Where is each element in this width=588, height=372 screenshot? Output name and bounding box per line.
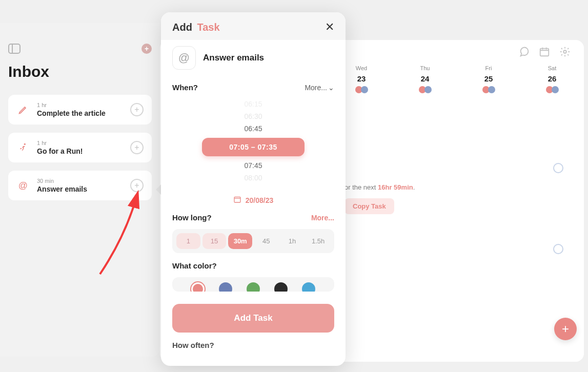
time-option[interactable]: 07:45 xyxy=(244,160,262,171)
close-icon[interactable]: ✕ xyxy=(325,20,334,34)
task-card[interactable]: @ 30 min Answer emails + xyxy=(8,171,152,200)
task-complete-circle[interactable] xyxy=(553,163,563,173)
duration-option[interactable]: 15 xyxy=(202,233,227,249)
time-option[interactable]: 06:45 xyxy=(244,123,262,134)
task-duration: 1 hr xyxy=(37,140,123,146)
chevron-down-icon: ⌄ xyxy=(328,84,334,92)
svg-rect-1 xyxy=(540,49,549,56)
task-name-row: @ xyxy=(161,40,346,80)
time-option-selected[interactable]: 07:05 – 07:35 xyxy=(202,138,305,156)
howlong-label: How long? xyxy=(172,213,212,222)
sidebar-add-button[interactable]: + xyxy=(141,44,152,54)
when-label: When? xyxy=(172,83,198,92)
calendar-icon[interactable] xyxy=(539,46,550,60)
duration-option[interactable]: 1h xyxy=(280,233,305,249)
time-option[interactable]: 08:15 xyxy=(244,185,262,186)
weekday-dots xyxy=(346,86,377,93)
task-add-button[interactable]: + xyxy=(130,141,144,154)
at-icon[interactable]: @ xyxy=(172,46,196,70)
weekday-dow: Thu xyxy=(410,65,440,71)
color-option[interactable] xyxy=(274,282,288,292)
weekday-num: 23 xyxy=(346,74,377,83)
color-section: What color? xyxy=(161,258,346,297)
running-icon xyxy=(16,141,30,154)
task-add-button[interactable]: + xyxy=(130,179,144,192)
add-task-modal: Add Task ✕ @ When? More... ⌄ 06:15 06:30… xyxy=(161,12,346,366)
modal-title: Add Task xyxy=(172,22,220,33)
color-option-selected[interactable] xyxy=(191,282,205,292)
weekday[interactable]: Wed 23 xyxy=(346,65,377,93)
task-title: Answer emails xyxy=(37,185,123,193)
color-option[interactable] xyxy=(247,282,260,292)
time-option[interactable]: 06:30 xyxy=(244,111,262,121)
task-card[interactable]: 1 hr Complete the article + xyxy=(8,95,152,125)
task-text: 1 hr Go for a Run! xyxy=(37,140,123,155)
date-row[interactable]: 20/08/23 xyxy=(172,195,334,205)
time-option[interactable]: 08:00 xyxy=(244,173,262,183)
duration-options: 1 15 30m 45 1h 1.5h xyxy=(172,229,334,253)
modal-header: Add Task ✕ xyxy=(161,12,346,40)
color-option[interactable] xyxy=(219,282,232,292)
fab-add-button[interactable]: + xyxy=(554,318,577,340)
weekday-num: 24 xyxy=(410,74,440,83)
how-long-section: How long? More... 1 15 30m 45 1h 1.5h xyxy=(161,210,346,258)
inbox-title: Inbox xyxy=(8,63,152,80)
bg-text-prefix: or the next xyxy=(344,183,378,191)
modal-title-part1: Add xyxy=(172,22,192,33)
weekday-dots xyxy=(473,86,504,93)
weekday-dow: Fri xyxy=(473,65,504,71)
task-duration: 1 hr xyxy=(37,102,123,108)
duration-option[interactable]: 45 xyxy=(254,233,278,249)
task-complete-circle[interactable] xyxy=(553,244,563,254)
weekday[interactable]: Fri 25 xyxy=(473,65,504,93)
gear-icon[interactable] xyxy=(559,46,571,60)
section-head: How long? More... xyxy=(172,213,334,222)
sidebar-toggle-icon[interactable] xyxy=(8,44,21,54)
section-head: When? More... ⌄ xyxy=(172,83,334,92)
when-section: When? More... ⌄ 06:15 06:30 06:45 07:05 … xyxy=(161,80,346,210)
date-value: 20/08/23 xyxy=(246,196,274,204)
pencil-icon xyxy=(16,103,30,116)
weekday-dots xyxy=(410,86,440,93)
when-more-link[interactable]: More... ⌄ xyxy=(305,84,334,92)
bg-text-highlight: 16hr 59min xyxy=(378,183,413,191)
task-text: 1 hr Complete the article xyxy=(37,102,123,117)
sidebar-header: + xyxy=(8,44,152,54)
duration-option-selected[interactable]: 30m xyxy=(228,233,252,249)
background-text: or the next 16hr 59min. Copy Task xyxy=(344,183,575,214)
svg-point-2 xyxy=(563,50,566,53)
task-text: 30 min Answer emails xyxy=(37,178,123,193)
time-picker[interactable]: 06:15 06:30 06:45 07:05 – 07:35 07:45 08… xyxy=(172,99,334,186)
weekday-dow: Sat xyxy=(537,65,567,71)
color-options xyxy=(172,277,334,292)
weekday-num: 26 xyxy=(537,74,567,83)
section-head: What color? xyxy=(172,261,334,270)
sidebar: + Inbox 1 hr Complete the article + 1 hr… xyxy=(0,23,160,357)
chat-icon[interactable] xyxy=(518,46,530,60)
svg-rect-3 xyxy=(234,197,240,202)
duration-option[interactable]: 1.5h xyxy=(306,233,330,249)
more-text: More... xyxy=(305,84,327,92)
add-task-button[interactable]: Add Task xyxy=(172,304,334,333)
task-add-button[interactable]: + xyxy=(130,103,144,116)
howlong-more-link[interactable]: More... xyxy=(311,214,334,222)
color-option[interactable] xyxy=(302,282,315,292)
how-often-label: How often? xyxy=(161,333,346,349)
weekday[interactable]: Thu 24 xyxy=(410,65,440,93)
task-title: Go for a Run! xyxy=(37,147,123,155)
at-icon: @ xyxy=(16,179,30,192)
task-duration: 30 min xyxy=(37,178,123,184)
task-title: Complete the article xyxy=(37,109,123,117)
svg-point-0 xyxy=(24,143,26,145)
modal-title-part2: Task xyxy=(197,22,219,33)
weekday[interactable]: Sat 26 xyxy=(537,65,567,93)
weekday-num: 25 xyxy=(473,74,504,83)
duration-option[interactable]: 1 xyxy=(176,233,200,249)
color-label: What color? xyxy=(172,261,217,270)
weekday-dots xyxy=(537,86,567,93)
task-name-input[interactable] xyxy=(203,53,334,63)
bg-text-suffix: . xyxy=(413,183,415,191)
time-option[interactable]: 06:15 xyxy=(244,99,262,109)
copy-task-button[interactable]: Copy Task xyxy=(344,198,394,214)
task-card[interactable]: 1 hr Go for a Run! + xyxy=(8,133,152,162)
